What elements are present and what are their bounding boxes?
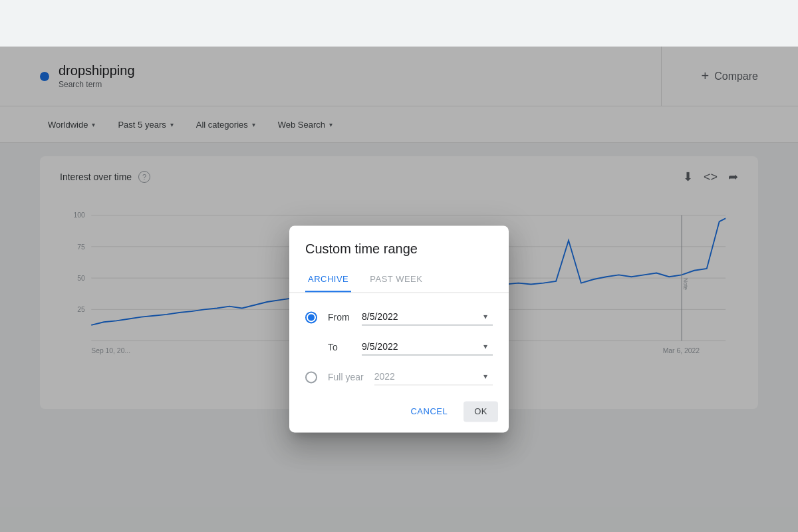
full-year-dropdown[interactable]: 2022 ▾ [374,368,493,385]
custom-time-range-modal: Custom time range ARCHIVE PAST WEEK From… [289,225,509,432]
full-year-radio[interactable] [305,371,317,383]
from-value: 8/5/2022 [362,311,398,322]
to-dropdown[interactable]: 9/5/2022 ▾ [362,338,493,355]
to-dropdown-arrow: ▾ [483,342,487,351]
to-label: To [328,342,351,352]
from-row: From 8/5/2022 ▾ [305,309,493,325]
modal-actions: CANCEL OK [289,396,509,432]
tab-past-week[interactable]: PAST WEEK [367,267,425,292]
tab-archive[interactable]: ARCHIVE [305,267,351,292]
modal-content: From 8/5/2022 ▾ To 9/5/2022 ▾ Full year [289,293,509,396]
from-dropdown[interactable]: 8/5/2022 ▾ [362,309,493,325]
full-year-row: Full year 2022 ▾ [305,368,493,385]
full-year-label: Full year [328,372,364,382]
archive-radio[interactable] [305,311,317,323]
full-year-value: 2022 [374,371,395,382]
from-label: From [328,312,351,323]
modal-tabs: ARCHIVE PAST WEEK [289,267,509,293]
from-dropdown-arrow: ▾ [483,312,487,321]
modal-title: Custom time range [289,225,509,267]
cancel-button[interactable]: CANCEL [400,401,458,422]
to-value: 9/5/2022 [362,341,398,352]
to-row: To 9/5/2022 ▾ [305,338,493,355]
page-background: dropshipping Search term + Compare World… [0,47,798,532]
full-year-arrow: ▾ [483,372,487,381]
ok-button[interactable]: OK [464,401,498,422]
